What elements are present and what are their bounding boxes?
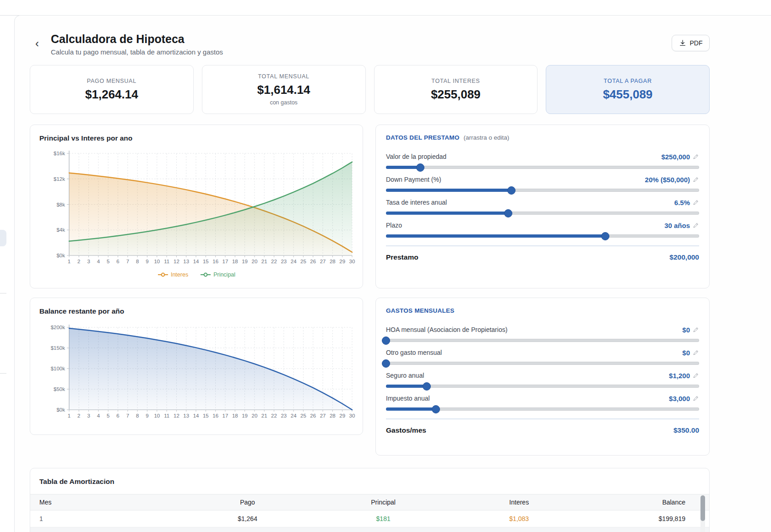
svg-text:$12k: $12k — [54, 176, 65, 182]
table-header-cell: Pago — [179, 499, 315, 506]
table-row: 2$1,264$182$1,082$199,637 — [30, 527, 709, 532]
svg-text:27: 27 — [320, 259, 326, 264]
svg-text:19: 19 — [242, 413, 248, 418]
edit-pencil-icon[interactable] — [693, 199, 699, 206]
slider-value[interactable]: $0 — [682, 326, 699, 334]
slider-value[interactable]: 30 años — [664, 222, 699, 229]
slider-track[interactable] — [386, 407, 699, 411]
table-header-cell: Principal — [315, 499, 451, 506]
svg-text:3: 3 — [87, 413, 90, 418]
slider-track[interactable] — [386, 166, 699, 169]
svg-text:5: 5 — [107, 259, 109, 264]
svg-text:22: 22 — [271, 413, 277, 418]
edit-pencil-icon[interactable] — [693, 153, 699, 160]
amortization-title: Tabla de Amortizacion — [39, 478, 114, 486]
legend-label: Principal — [213, 271, 235, 278]
slider-row-1: Otro gasto mensual $0 — [386, 348, 699, 365]
slider-thumb[interactable] — [504, 209, 512, 217]
expenses-panel: GASTOS MENSUALES HOA mensual (Asociacion… — [375, 298, 710, 456]
slider-label: Plazo — [386, 222, 402, 229]
edit-pencil-icon[interactable] — [693, 176, 699, 183]
svg-text:10: 10 — [154, 413, 160, 418]
svg-text:7: 7 — [126, 259, 129, 264]
edit-pencil-icon[interactable] — [693, 326, 699, 333]
slider-row-2: Seguro anual $1,200 — [386, 371, 699, 388]
principal-interes-chart: $0k$4k$8k$12k$16k12345678910111213141516… — [30, 143, 364, 268]
svg-text:3: 3 — [87, 259, 90, 264]
slider-track[interactable] — [386, 212, 699, 215]
svg-text:9: 9 — [146, 259, 148, 264]
slider-row-0: Valor de la propiedad $250,000 — [386, 152, 699, 169]
slider-thumb[interactable] — [423, 382, 431, 391]
slider-label: Otro gasto mensual — [386, 349, 442, 356]
metric-value: $1,614.14 — [257, 83, 310, 97]
expenses-panel-title: GASTOS MENSUALES — [386, 307, 455, 314]
loan-panel-hint: (arrastra o edita) — [463, 134, 509, 141]
slider-value[interactable]: $0 — [682, 349, 699, 357]
slider-value[interactable]: $250,000 — [661, 153, 699, 161]
chart-title: Principal vs Interes por ano — [39, 134, 132, 142]
svg-text:7: 7 — [126, 413, 129, 418]
expense-sliders: HOA mensual (Asociacion de Propietarios)… — [386, 319, 699, 434]
metric-sub: con gastos — [270, 99, 297, 106]
legend-marker-icon — [200, 272, 211, 277]
panel-total-row: Prestamo $200,000 — [386, 245, 699, 261]
legend-item-principal[interactable]: Principal — [200, 271, 235, 278]
slider-thumb[interactable] — [601, 232, 609, 240]
slider-fill — [386, 189, 511, 192]
slider-value[interactable]: $3,000 — [669, 395, 699, 402]
back-button[interactable]: ‹ — [30, 37, 44, 50]
page-subtitle: Calcula tu pago mensual, tabla de amorti… — [51, 48, 223, 56]
svg-text:28: 28 — [330, 259, 336, 264]
legend-item-interes[interactable]: Interes — [157, 271, 188, 278]
slider-thumb[interactable] — [382, 337, 390, 345]
slider-thumb[interactable] — [382, 359, 390, 368]
slider-label: Tasa de interes anual — [386, 199, 447, 206]
table-cell: $181 — [315, 515, 451, 522]
edit-pencil-icon[interactable] — [693, 222, 699, 228]
svg-text:$100k: $100k — [51, 366, 65, 371]
edit-pencil-icon[interactable] — [693, 395, 699, 402]
svg-text:$16k: $16k — [54, 151, 65, 156]
slider-row-0: HOA mensual (Asociacion de Propietarios)… — [386, 325, 699, 342]
table-scrollbar-track[interactable] — [700, 495, 705, 532]
chart-card-balance: Balance restante por año $0k$50k$100k$15… — [30, 298, 363, 435]
svg-text:18: 18 — [232, 413, 238, 418]
svg-text:16: 16 — [212, 413, 218, 418]
total-value: $350.00 — [673, 426, 699, 434]
pdf-button-label: PDF — [690, 39, 703, 47]
slider-thumb[interactable] — [432, 405, 440, 413]
panel-total-row: Gastos/mes $350.00 — [386, 418, 699, 434]
slider-track[interactable] — [386, 234, 699, 238]
expenses-panel-header: GASTOS MENSUALES — [386, 307, 455, 314]
svg-text:29: 29 — [339, 259, 345, 264]
svg-text:2: 2 — [77, 259, 80, 264]
svg-text:23: 23 — [281, 259, 287, 264]
slider-track[interactable] — [386, 339, 699, 342]
slider-track[interactable] — [386, 362, 699, 365]
metric-value: $255,089 — [431, 87, 480, 102]
svg-text:19: 19 — [242, 259, 248, 264]
slider-thumb[interactable] — [416, 163, 424, 172]
chart-card-principal-interes: Principal vs Interes por ano $0k$4k$8k$1… — [30, 125, 363, 288]
edit-pencil-icon[interactable] — [693, 349, 699, 356]
slider-value[interactable]: 6.5% — [674, 199, 699, 206]
svg-text:30: 30 — [349, 413, 355, 418]
slider-track[interactable] — [386, 189, 699, 192]
svg-text:22: 22 — [271, 259, 277, 264]
slider-value[interactable]: $1,200 — [669, 372, 699, 380]
svg-text:30: 30 — [349, 259, 355, 264]
slider-fill — [386, 385, 427, 388]
pdf-download-button[interactable]: PDF — [672, 35, 710, 51]
edit-pencil-icon[interactable] — [693, 372, 699, 379]
table-scrollbar-thumb[interactable] — [700, 495, 705, 521]
left-edge-tab[interactable] — [0, 230, 6, 246]
slider-value[interactable]: 20% ($50,000) — [645, 176, 699, 184]
slider-row-1: Down Payment (%) 20% ($50,000) — [386, 175, 699, 192]
slider-track[interactable] — [386, 385, 699, 388]
metric-label: TOTAL A PAGAR — [604, 78, 652, 84]
table-header-cell: Balance — [587, 499, 709, 506]
svg-text:$0k: $0k — [56, 407, 65, 413]
slider-thumb[interactable] — [507, 186, 516, 195]
metric-card-2: TOTAL INTERES $255,089 — [374, 65, 538, 114]
